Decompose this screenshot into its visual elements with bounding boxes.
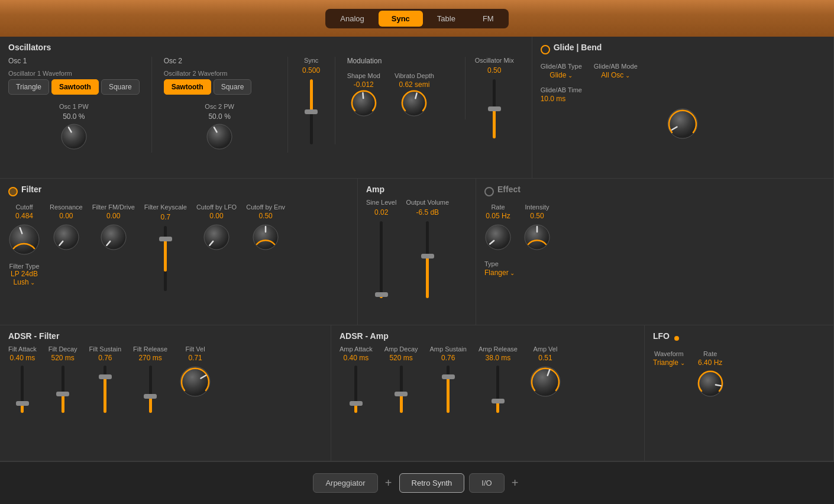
osc2-label: Osc 2	[164, 57, 276, 65]
filt-vel-value: 0.71	[188, 354, 202, 362]
glide-time-block: Glide/AB Time 10.0 ms	[541, 86, 825, 142]
filter-type-select[interactable]: LP 24dBLush	[9, 270, 39, 286]
add-right-button[interactable]: +	[507, 475, 523, 492]
adsr-filter-panel: ADSR - Filter Filt Attack 0.40 ms Filt D…	[0, 325, 331, 461]
effect-intensity-block: Intensity 0.50	[523, 203, 551, 253]
amp-sustain-block: Amp Sustain 0.76	[430, 345, 467, 413]
svg-point-12	[54, 225, 79, 250]
resonance-label: Resonance	[50, 203, 83, 211]
filt-attack-slider[interactable]	[21, 366, 24, 413]
filter-power-icon[interactable]	[8, 187, 18, 196]
amp-decay-block: Amp Decay 520 ms	[384, 345, 418, 413]
lfo-rate-value: 6.40 Hz	[698, 358, 722, 367]
retro-synth-button[interactable]: Retro Synth	[399, 473, 465, 493]
amp-release-slider[interactable]	[496, 366, 499, 413]
osc1-btn-square[interactable]: Square	[101, 79, 140, 95]
filt-sustain-slider[interactable]	[104, 366, 106, 413]
lfo-rate-label: Rate	[703, 350, 717, 357]
osc2-btn-sawtooth[interactable]: Sawtooth	[164, 79, 211, 95]
filter-type-label: Filter Type	[9, 263, 39, 270]
osc1-btn-sawtooth[interactable]: Sawtooth	[51, 79, 99, 95]
tab-table[interactable]: Table	[424, 11, 468, 27]
filt-decay-slider[interactable]	[62, 366, 64, 413]
amp-release-block: Amp Release 38.0 ms	[479, 345, 518, 413]
svg-point-8	[668, 109, 697, 138]
shape-mod-block: Shape Mod -0.012	[347, 72, 380, 119]
amp-attack-slider[interactable]	[354, 366, 357, 413]
mod-label: Modulation	[347, 57, 453, 65]
tab-fm[interactable]: FM	[470, 11, 507, 27]
filt-vel-block: Filt Vel 0.71	[179, 345, 211, 400]
add-left-button[interactable]: +	[380, 475, 397, 492]
svg-point-2	[207, 124, 232, 149]
keyscale-block: Filter Keyscale 0.7	[144, 203, 187, 291]
effect-type-select[interactable]: Flanger	[484, 269, 515, 277]
arpeggiator-button[interactable]: Arpeggiator	[313, 473, 377, 493]
lfo-waveform-label: Waveform	[654, 350, 684, 357]
filt-sustain-block: Filt Sustain 0.76	[89, 345, 121, 413]
svg-point-26	[531, 367, 560, 396]
osc1-waveform-label: Oscillator 1 Waveform	[8, 70, 140, 77]
vibrato-depth-block: Vibrato Depth 0.62 semi	[395, 72, 434, 119]
glide-type-block: Glide/AB Type Glide	[541, 63, 582, 79]
glide-mode-select[interactable]: All Osc	[601, 71, 630, 79]
svg-line-29	[716, 385, 721, 386]
filter-title: Filter	[21, 185, 41, 194]
osc2-pw-knob[interactable]	[206, 123, 233, 153]
filt-release-slider[interactable]	[149, 366, 152, 413]
effect-rate-knob[interactable]	[484, 224, 512, 253]
lfo-waveform-block: Waveform Triangle	[653, 350, 685, 367]
amp-vel-value: 0.51	[538, 354, 552, 362]
osc1-pw-knob[interactable]	[60, 123, 88, 153]
sine-level-slider[interactable]	[380, 221, 383, 298]
lfo-rate-knob[interactable]	[697, 370, 724, 400]
filt-attack-value: 0.40 ms	[10, 354, 35, 362]
vibrato-depth-knob[interactable]	[400, 90, 428, 119]
cutoff-env-knob[interactable]	[252, 224, 279, 253]
osc1-btn-triangle[interactable]: Triangle	[8, 79, 49, 95]
effect-rate-value: 0.05 Hz	[486, 212, 510, 220]
sync-slider[interactable]	[310, 79, 313, 144]
amp-decay-slider[interactable]	[400, 366, 403, 413]
amp-vel-label: Amp Vel	[533, 345, 557, 353]
resonance-knob[interactable]	[53, 224, 80, 253]
osc2-waveform-label: Oscillator 2 Waveform	[164, 70, 276, 77]
osc2-btn-square[interactable]: Square	[214, 79, 252, 95]
tab-sync[interactable]: Sync	[379, 11, 423, 27]
effect-power-icon[interactable]	[484, 187, 494, 196]
glide-time-knob[interactable]	[667, 108, 699, 142]
lfo-rate-block: Rate 6.40 Hz	[697, 350, 724, 400]
effect-type-block: Type Flanger	[484, 260, 825, 277]
tab-analog[interactable]: Analog	[327, 11, 377, 27]
cutoff-env-block: Cutoff by Env 0.50	[246, 203, 285, 253]
output-volume-block: Output Volume -6.5 dB	[406, 199, 449, 298]
amp-attack-label: Amp Attack	[340, 345, 373, 353]
glide-panel: Glide | Bend Glide/AB Type Glide Glide/A…	[532, 37, 834, 178]
row1: Oscillators Osc 1 Oscillator 1 Waveform …	[0, 37, 834, 179]
fmdrive-knob[interactable]	[100, 224, 127, 253]
keyscale-slider[interactable]	[164, 226, 167, 291]
glide-type-select[interactable]: Glide	[549, 71, 573, 79]
osc2-pw-value: 50.0 %	[208, 112, 230, 121]
osc-mix-slider[interactable]	[493, 79, 496, 138]
cutoff-knob[interactable]	[8, 224, 40, 258]
adsr-amp-title: ADSR - Amp	[340, 331, 636, 341]
effect-intensity-knob[interactable]	[523, 224, 551, 253]
cutoff-lfo-value: 0.00	[209, 212, 223, 220]
filt-vel-knob[interactable]	[179, 366, 211, 400]
fmdrive-label: Filter FM/Drive	[92, 203, 135, 211]
cutoff-lfo-knob[interactable]	[203, 224, 230, 253]
shape-mod-knob[interactable]	[350, 90, 377, 119]
glide-power-icon[interactable]	[541, 45, 550, 54]
filt-release-label: Filt Release	[133, 345, 167, 353]
amp-vel-knob[interactable]	[529, 366, 561, 400]
glide-title: Glide | Bend	[554, 43, 602, 52]
io-button[interactable]: I/O	[469, 473, 504, 493]
amp-sustain-slider[interactable]	[447, 366, 450, 413]
output-volume-slider[interactable]	[426, 221, 429, 298]
lfo-waveform-select[interactable]: Triangle	[653, 358, 685, 367]
sine-level-label: Sine Level	[366, 199, 396, 206]
glide-mode-block: Glide/AB Mode All Osc	[594, 63, 638, 79]
filt-decay-value: 520 ms	[51, 354, 74, 362]
sync-value: 0.500	[302, 66, 320, 75]
